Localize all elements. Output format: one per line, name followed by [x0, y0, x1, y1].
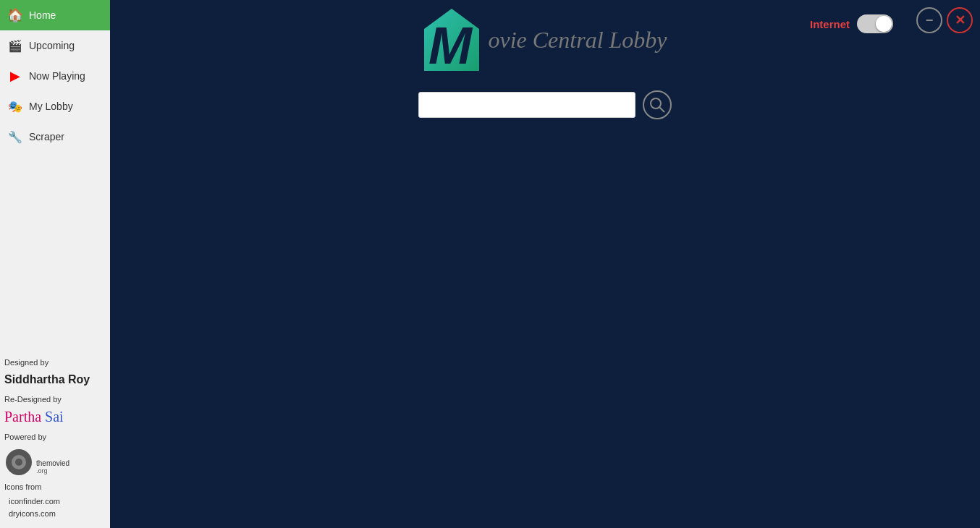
sidebar-item-upcoming[interactable]: Upcoming	[0, 30, 110, 61]
upcoming-icon	[7, 38, 23, 54]
sidebar-item-my-lobby-label: My Lobby	[29, 101, 73, 112]
minimize-button[interactable]: −	[916, 7, 942, 33]
sidebar: Home Upcoming Now Playing My Lobby Scrap…	[0, 0, 110, 528]
iconfinder-link: iconfinder.com	[9, 495, 106, 508]
m-logo: M	[423, 7, 481, 72]
internet-toggle: Internet	[810, 14, 893, 33]
designed-by-label: Designed by	[4, 357, 106, 370]
icon-sites: iconfinder.com dryicons.com	[4, 495, 106, 521]
sidebar-item-my-lobby[interactable]: My Lobby	[0, 91, 110, 122]
sidebar-item-scraper-label: Scraper	[29, 131, 64, 142]
app-title-text: ovie Central Lobby	[488, 27, 667, 53]
scraper-icon	[7, 129, 23, 145]
close-button[interactable]: ✕	[947, 7, 973, 33]
sidebar-credits: Designed by Siddhartha Roy Re-Designed b…	[0, 349, 110, 528]
home-icon	[7, 7, 23, 23]
designer-name: Siddhartha Roy	[4, 370, 106, 389]
main-content	[110, 119, 980, 528]
toggle-knob	[876, 16, 892, 32]
internet-toggle-switch[interactable]	[857, 14, 893, 33]
redesigned-by-label: Re-Designed by	[4, 393, 106, 406]
window-controls: − ✕	[916, 7, 973, 33]
sidebar-item-upcoming-label: Upcoming	[29, 40, 75, 51]
icons-from-label: Icons from	[4, 481, 106, 494]
dryicons-link: dryicons.com	[9, 508, 106, 521]
search-input[interactable]	[418, 92, 635, 118]
search-button[interactable]	[643, 90, 672, 119]
header: M ovie Central Lobby	[110, 0, 980, 80]
logo-area: M ovie Central Lobby	[423, 7, 667, 72]
sidebar-item-now-playing[interactable]: Now Playing	[0, 61, 110, 91]
internet-label: Internet	[810, 18, 850, 30]
sidebar-item-home-label: Home	[29, 9, 56, 21]
my-lobby-icon	[7, 98, 23, 114]
powered-by-label: Powered by	[4, 431, 106, 444]
svg-point-7	[651, 98, 661, 108]
svg-line-8	[659, 107, 664, 112]
signature: Partha Sai	[4, 408, 106, 425]
app-title: ovie Central Lobby	[488, 27, 667, 54]
sidebar-item-scraper[interactable]: Scraper	[0, 122, 110, 152]
tmdb-logo: themoviedb .org	[4, 448, 69, 477]
svg-text:M: M	[428, 17, 473, 72]
now-playing-icon	[7, 68, 23, 84]
search-icon	[649, 97, 665, 113]
svg-text:.org: .org	[36, 467, 48, 474]
svg-text:themoviedb: themoviedb	[36, 459, 69, 467]
svg-point-2	[15, 459, 22, 466]
sidebar-item-now-playing-label: Now Playing	[29, 70, 85, 82]
sidebar-item-home[interactable]: Home	[0, 0, 110, 30]
